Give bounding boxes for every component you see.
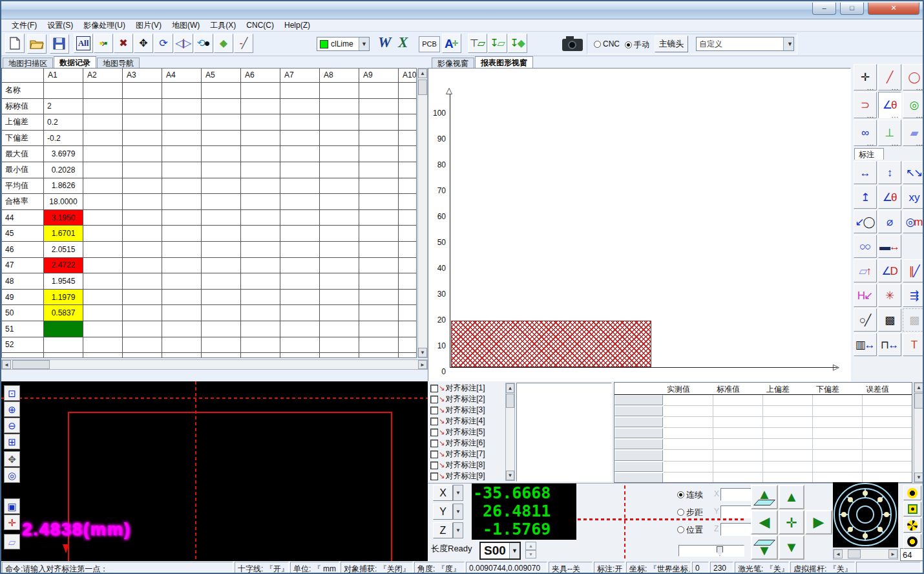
annotation-item[interactable]: ↘对齐标注[4] <box>430 416 504 427</box>
results-cell[interactable] <box>664 417 713 428</box>
annotation-item[interactable]: ↘对齐标注[2] <box>430 394 504 405</box>
manual-radio[interactable] <box>625 41 632 48</box>
column-header[interactable]: A1 <box>44 69 83 83</box>
column-header[interactable]: A10 <box>399 69 417 83</box>
results-cell[interactable] <box>664 395 713 406</box>
row-header[interactable]: 46 <box>2 242 44 258</box>
pcb-button[interactable]: PCB <box>419 36 440 52</box>
annotation-item[interactable]: ↘对齐标注[5] <box>430 427 504 438</box>
delete-icon[interactable]: ✖ <box>114 34 133 53</box>
row-header[interactable]: 下偏差 <box>2 131 44 147</box>
results-cell[interactable] <box>713 450 763 461</box>
chevron-down-icon[interactable]: ▼ <box>453 522 463 538</box>
sheet-cell[interactable] <box>123 305 162 321</box>
sheet-cell[interactable] <box>359 83 399 99</box>
results-scrollbar[interactable]: ▲ ▼ <box>914 382 924 483</box>
sheet-cell[interactable] <box>280 353 320 358</box>
zoom-out-icon[interactable]: ⊖ <box>4 418 20 433</box>
column-header[interactable]: A6 <box>241 69 280 83</box>
sheet-cell[interactable] <box>44 337 83 354</box>
sheet-cell[interactable] <box>320 194 359 210</box>
sheet-cell[interactable] <box>162 131 202 147</box>
tab-left-2[interactable]: 数据记录 <box>54 56 96 68</box>
mode-radio-1[interactable]: 连续 <box>677 486 703 504</box>
results-row-header[interactable] <box>614 439 663 449</box>
vector-group-icon[interactable]: ⇶ <box>903 284 924 307</box>
convert-icon[interactable]: ▪›▪ <box>94 34 113 53</box>
row-header[interactable]: 上偏差 <box>2 114 44 131</box>
sheet-cell[interactable] <box>44 83 83 99</box>
sheet-vertical-scrollbar[interactable]: ▲ ▼ <box>417 68 428 358</box>
sheet-cell[interactable]: 1.8626 <box>44 178 83 195</box>
zoom-reset-icon[interactable]: ⊡ <box>4 385 20 401</box>
map-align-icon[interactable]: A✛ <box>442 34 461 53</box>
sheet-cell[interactable] <box>241 337 280 354</box>
sheet-cell[interactable] <box>202 194 241 210</box>
sheet-cell[interactable] <box>280 131 320 147</box>
circle-construct-icon[interactable]: ◯ <box>903 64 924 90</box>
title-bar[interactable]: – □ ✕ <box>1 1 923 19</box>
results-cell[interactable] <box>863 473 912 483</box>
sheet-cell[interactable] <box>83 114 123 131</box>
tab-left-3[interactable]: 地图导航 <box>97 58 140 68</box>
sheet-cell[interactable] <box>359 290 399 306</box>
sheet-cell[interactable] <box>359 194 399 210</box>
sheet-cell[interactable] <box>241 114 280 131</box>
results-cell[interactable] <box>813 417 863 428</box>
scrollbar-thumb[interactable] <box>12 360 50 369</box>
menu-item[interactable]: CNC(C) <box>241 20 279 30</box>
sheet-cell[interactable] <box>162 290 202 306</box>
sheet-cell[interactable] <box>202 131 241 147</box>
sheet-cell[interactable] <box>123 258 162 274</box>
sheet-cell[interactable] <box>241 178 280 195</box>
sheet-cell[interactable] <box>280 321 320 337</box>
sheet-cell[interactable] <box>202 178 241 195</box>
row-header[interactable]: 标称值 <box>2 99 44 115</box>
probe-down-icon[interactable]: ↧▱ <box>488 34 507 53</box>
results-row-header[interactable] <box>614 473 663 483</box>
row-header[interactable]: 50 <box>2 305 44 321</box>
sheet-cell[interactable] <box>280 83 320 99</box>
sheet-cell[interactable] <box>241 258 280 274</box>
scroll-down-icon[interactable]: ▼ <box>418 348 427 357</box>
column-header[interactable]: A3 <box>123 69 162 83</box>
axis-z-button[interactable]: Z <box>433 522 453 538</box>
row-header[interactable]: 51 <box>2 321 44 337</box>
sheet-cell[interactable] <box>359 178 399 195</box>
sheet-cell[interactable] <box>320 353 359 358</box>
coordinate-construct-icon[interactable]: ⊥ <box>878 120 901 146</box>
sheet-horizontal-scrollbar[interactable]: ◄ ► <box>1 359 428 370</box>
results-cell[interactable] <box>763 473 813 483</box>
mode-radio-3[interactable] <box>677 526 684 533</box>
arc-construct-icon[interactable]: ⊃ <box>854 92 877 118</box>
scroll-up-icon[interactable]: ▲ <box>914 383 923 392</box>
results-cell[interactable] <box>813 439 863 450</box>
results-cell[interactable] <box>813 428 863 439</box>
results-column-header[interactable]: 标准值 <box>713 383 762 394</box>
sheet-cell[interactable] <box>399 194 417 210</box>
zoom-in-icon[interactable]: ⊕ <box>4 401 20 417</box>
sheet-cell[interactable] <box>399 162 417 178</box>
scroll-up-icon[interactable]: ▲ <box>418 69 427 78</box>
sheet-cell[interactable] <box>399 114 417 131</box>
sheet-cell[interactable] <box>162 194 202 210</box>
sheet-cell[interactable] <box>202 337 241 354</box>
sheet-cell[interactable] <box>123 146 162 162</box>
sheet-cell[interactable] <box>162 353 202 358</box>
results-row-header[interactable] <box>614 406 663 416</box>
sheet-cell[interactable] <box>162 210 202 226</box>
sheet-cell[interactable] <box>399 321 417 337</box>
roundness-icon[interactable]: ◎m <box>903 210 924 233</box>
sheet-cell[interactable] <box>123 162 162 178</box>
scroll-up-icon[interactable]: ▲ <box>506 383 514 393</box>
point-vectors-icon[interactable]: ✳ <box>878 284 901 307</box>
sheet-cell[interactable] <box>399 178 417 195</box>
sheet-cell[interactable] <box>83 178 123 195</box>
sheet-cell[interactable] <box>280 99 320 115</box>
ring-light-square-button[interactable] <box>903 502 921 516</box>
tab-report-1[interactable]: 影像视窗 <box>432 58 474 68</box>
sheet-cell[interactable] <box>320 321 359 337</box>
sheet-cell[interactable] <box>83 99 123 115</box>
results-cell[interactable] <box>763 462 813 473</box>
speed-slider[interactable] <box>678 545 744 557</box>
